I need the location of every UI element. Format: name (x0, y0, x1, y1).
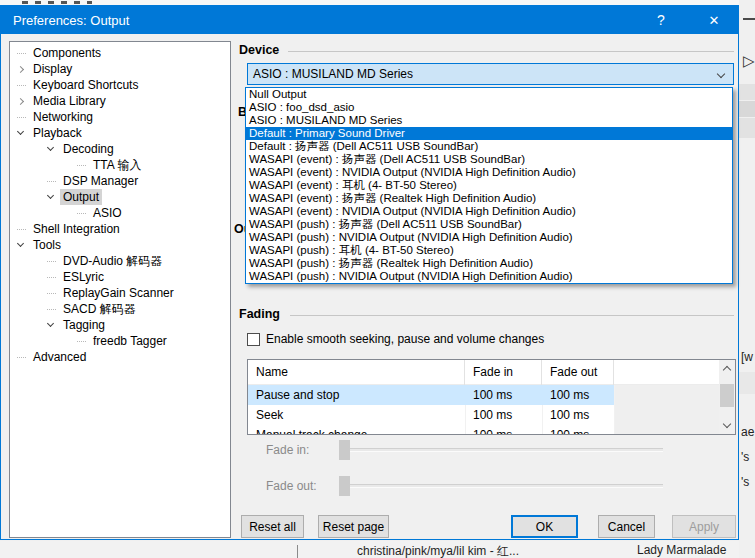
device-dropdown-list: Null Output ASIO : foo_dsd_asio ASIO : M… (245, 87, 733, 284)
device-section-label: Device (239, 43, 285, 57)
chevron-down-icon[interactable] (17, 128, 24, 135)
device-option[interactable]: WASAPI (event) : NVIDIA Output (NVIDIA H… (246, 166, 732, 179)
device-option[interactable]: WASAPI (event) : 扬声器 (Realtek High Defin… (246, 192, 732, 205)
table-row-manual-track-change[interactable]: Manual track change 100 ms 100 ms (248, 425, 614, 435)
scrollbar-thumb[interactable] (720, 384, 734, 407)
sidebar-item-freedb-tagger[interactable]: freedb Tagger (10, 333, 230, 349)
background-playlist-strip: christina/pink/mya/lil kim - 红... Lady M… (0, 541, 739, 558)
device-combobox-value: ASIO : MUSILAND MD Series (253, 67, 413, 81)
column-header-fade-in[interactable]: Fade in (465, 360, 542, 385)
chevron-down-icon (717, 70, 725, 78)
device-option[interactable]: WASAPI (event) : 耳机 (4- BT-50 Stereo) (246, 179, 732, 192)
titlebar[interactable]: Preferences: Output ? ✕ (1, 6, 738, 34)
fade-in-slider-track[interactable] (339, 448, 663, 452)
playlist-artist-title: christina/pink/mya/lil kim - 红... (357, 543, 519, 558)
ok-button[interactable]: OK (511, 515, 578, 538)
tree-connector (77, 165, 86, 166)
tree-connector (47, 277, 56, 278)
sidebar-item-advanced[interactable]: Advanced (10, 349, 230, 365)
preferences-tree: Components Display Keyboard Shortcuts Me… (9, 41, 231, 538)
sidebar-item-dvd-audio-decoder[interactable]: DVD-Audio 解码器 (10, 253, 230, 269)
device-option[interactable]: Null Output (246, 88, 732, 101)
background-window-band (739, 118, 755, 138)
fade-in-slider-label: Fade in: (266, 443, 309, 457)
device-option[interactable]: WASAPI (push) : 耳机 (4- BT-50 Stereo) (246, 244, 732, 257)
fading-enable-row: Enable smooth seeking, pause and volume … (247, 332, 544, 346)
background-text-fragment: ae (741, 425, 754, 439)
cancel-button[interactable]: Cancel (598, 515, 655, 538)
column-header-empty (614, 360, 719, 385)
sidebar-item-keyboard-shortcuts[interactable]: Keyboard Shortcuts (10, 77, 230, 93)
tree-connector (77, 341, 86, 342)
tree-connector (47, 261, 56, 262)
close-button[interactable]: ✕ (691, 6, 737, 34)
help-button[interactable]: ? (641, 6, 681, 34)
chevron-down-icon[interactable] (47, 320, 54, 327)
fading-section-line (290, 315, 734, 316)
fade-out-slider-thumb[interactable] (339, 476, 350, 496)
chevron-down-icon[interactable] (47, 192, 54, 199)
sidebar-item-decoding[interactable]: Decoding (10, 141, 230, 157)
table-row-seek[interactable]: Seek 100 ms 100 ms (248, 405, 614, 425)
fading-table-header: Name Fade in Fade out (248, 360, 719, 385)
sidebar-item-asio[interactable]: ASIO (10, 205, 230, 221)
apply-button[interactable]: Apply (672, 515, 736, 538)
column-separator (614, 385, 615, 435)
preferences-dialog: Preferences: Output ? ✕ Components Displ… (0, 5, 739, 540)
tree-connector (47, 293, 56, 294)
sidebar-item-dsp-manager[interactable]: DSP Manager (10, 173, 230, 189)
device-option[interactable]: WASAPI (event) : NVIDIA Output (NVIDIA H… (246, 205, 732, 218)
sidebar-item-replaygain-scanner[interactable]: ReplayGain Scanner (10, 285, 230, 301)
device-option[interactable]: WASAPI (event) : 扬声器 (Dell AC511 USB Sou… (246, 153, 732, 166)
playlist-track-title: Lady Marmalade (637, 543, 726, 557)
device-option[interactable]: WASAPI (push) : 扬声器 (Realtek High Defini… (246, 257, 732, 270)
chevron-right-icon[interactable] (17, 97, 24, 104)
sidebar-item-tta-input[interactable]: TTA 输入 (10, 157, 230, 173)
sidebar-item-shell-integration[interactable]: Shell Integration (10, 221, 230, 237)
chevron-down-icon[interactable] (17, 240, 24, 247)
sidebar-item-tools[interactable]: Tools (10, 237, 230, 253)
background-window-right-sliver: ▷ [w ae 's 's (739, 0, 755, 558)
reset-page-button[interactable]: Reset page (318, 515, 389, 538)
background-text-fragment: [w (741, 350, 753, 364)
play-outline-icon: ▷ (743, 52, 755, 70)
column-header-name[interactable]: Name (248, 360, 465, 385)
device-option[interactable]: Default : 扬声器 (Dell AC511 USB SoundBar) (246, 140, 732, 153)
background-window-edge (743, 18, 755, 20)
device-option[interactable]: ASIO : foo_dsd_asio (246, 101, 732, 114)
sidebar-item-eslyric[interactable]: ESLyric (10, 269, 230, 285)
sidebar-item-playback[interactable]: Playback (10, 125, 230, 141)
device-option[interactable]: WASAPI (push) : 扬声器 (Dell AC511 USB Soun… (246, 218, 732, 231)
tree-connector (17, 85, 26, 86)
tree-connector (17, 229, 26, 230)
reset-all-button[interactable]: Reset all (241, 515, 304, 538)
device-option[interactable]: ASIO : MUSILAND MD Series (246, 114, 732, 127)
device-option[interactable]: WASAPI (push) : NVIDIA Output (NVIDIA Hi… (246, 231, 732, 244)
enable-fading-checkbox[interactable] (247, 333, 260, 346)
background-window-band (739, 372, 755, 394)
chevron-down-icon[interactable] (47, 144, 54, 151)
background-text-fragment: 's (741, 475, 749, 489)
device-option-highlighted[interactable]: Default : Primary Sound Driver (246, 127, 732, 140)
device-combobox[interactable]: ASIO : MUSILAND MD Series (247, 63, 734, 85)
table-row-pause-and-stop[interactable]: Pause and stop 100 ms 100 ms (248, 385, 614, 405)
tree-connector (77, 213, 86, 214)
window-title: Preferences: Output (13, 13, 129, 28)
sidebar-item-sacd-decoder[interactable]: SACD 解码器 (10, 301, 230, 317)
chevron-right-icon[interactable] (17, 65, 24, 72)
tree-connector (47, 309, 56, 310)
fade-in-slider-thumb[interactable] (339, 440, 350, 460)
table-scrollbar[interactable] (719, 360, 735, 434)
device-option[interactable]: WASAPI (push) : NVIDIA Output (NVIDIA Hi… (246, 270, 732, 283)
sidebar-item-components[interactable]: Components (10, 45, 230, 61)
sidebar-item-display[interactable]: Display (10, 61, 230, 77)
background-window-band (739, 101, 755, 117)
sidebar-item-tagging[interactable]: Tagging (10, 317, 230, 333)
scrollbar-down-icon[interactable] (719, 417, 735, 434)
column-header-fade-out[interactable]: Fade out (542, 360, 614, 385)
sidebar-item-networking[interactable]: Networking (10, 109, 230, 125)
scrollbar-up-icon[interactable] (719, 360, 735, 377)
sidebar-item-output[interactable]: Output (10, 189, 230, 205)
sidebar-item-media-library[interactable]: Media Library (10, 93, 230, 109)
fade-out-slider-track[interactable] (339, 484, 663, 488)
